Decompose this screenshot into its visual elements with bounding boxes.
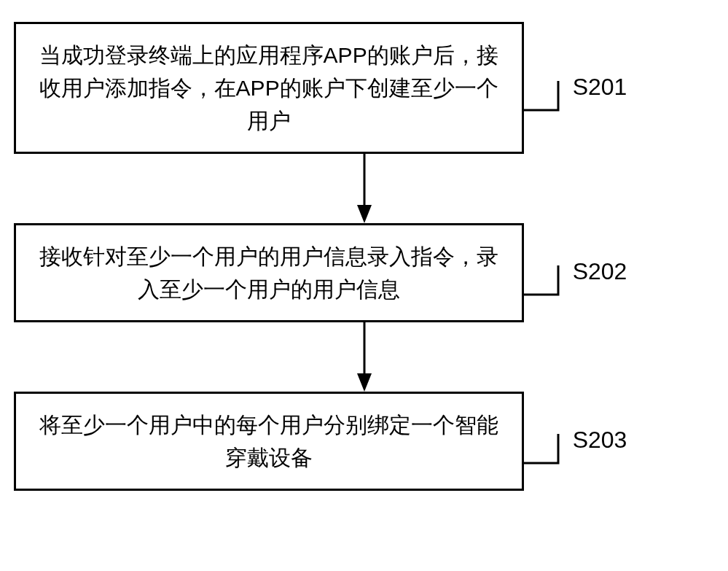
label-connector-3: S203 bbox=[522, 434, 627, 467]
step-text-2: 接收针对至少一个用户的用户信息录入指令，录入至少一个用户的用户信息 bbox=[39, 244, 498, 301]
svg-marker-1 bbox=[357, 205, 372, 223]
step-text-1: 当成功登录终端上的应用程序APP的账户后，接收用户添加指令，在APP的账户下创建… bbox=[39, 43, 498, 133]
step-text-3: 将至少一个用户中的每个用户分别绑定一个智能穿戴设备 bbox=[39, 413, 498, 470]
step-label-3: S203 bbox=[573, 427, 627, 454]
step-box-2: 接收针对至少一个用户的用户信息录入指令，录入至少一个用户的用户信息 bbox=[14, 223, 524, 322]
connector-line-1 bbox=[522, 81, 565, 114]
step-label-1: S201 bbox=[573, 74, 627, 101]
arrow-2 bbox=[0, 322, 728, 392]
label-connector-1: S201 bbox=[522, 81, 627, 114]
step-row-2: 接收针对至少一个用户的用户信息录入指令，录入至少一个用户的用户信息 S202 bbox=[0, 223, 684, 322]
step-row-3: 将至少一个用户中的每个用户分别绑定一个智能穿戴设备 S203 bbox=[0, 392, 684, 491]
connector-line-3 bbox=[522, 434, 565, 467]
label-connector-2: S202 bbox=[522, 265, 627, 298]
step-label-2: S202 bbox=[573, 258, 627, 285]
step-box-3: 将至少一个用户中的每个用户分别绑定一个智能穿戴设备 bbox=[14, 392, 524, 491]
step-box-1: 当成功登录终端上的应用程序APP的账户后，接收用户添加指令，在APP的账户下创建… bbox=[14, 22, 524, 154]
step-row-1: 当成功登录终端上的应用程序APP的账户后，接收用户添加指令，在APP的账户下创建… bbox=[0, 22, 684, 154]
arrow-1 bbox=[0, 154, 728, 223]
connector-line-2 bbox=[522, 265, 565, 298]
flowchart-container: 当成功登录终端上的应用程序APP的账户后，接收用户添加指令，在APP的账户下创建… bbox=[0, 22, 728, 491]
svg-marker-3 bbox=[357, 373, 372, 392]
